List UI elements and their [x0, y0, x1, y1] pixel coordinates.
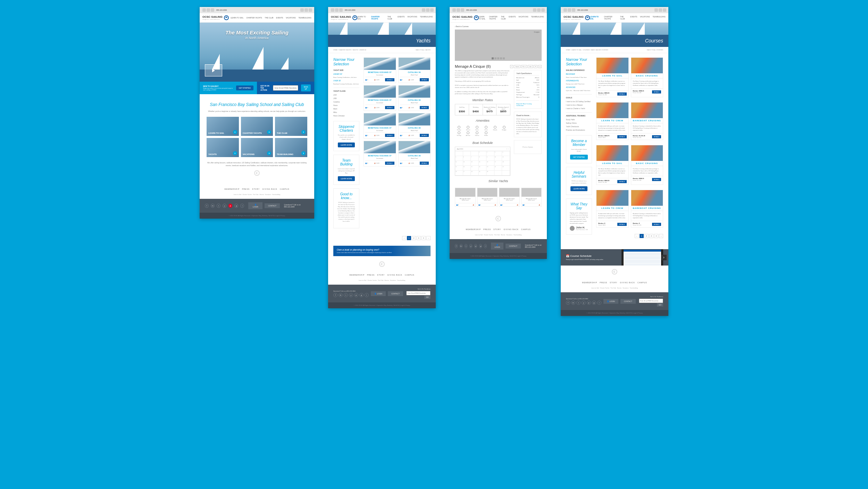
calendar-cell[interactable]: 7 — [471, 156, 479, 161]
course-card[interactable]: BAREBOAT CRUISINGBareboat Cruising is in… — [631, 190, 663, 228]
details-button[interactable]: DETAILS — [385, 106, 394, 109]
calendar-cell[interactable]: 12 — [455, 161, 463, 166]
similar-card[interactable]: Menage A CinqueSimilar Course👥8⛵ — [499, 188, 520, 207]
share-pin[interactable]: Pin it — [521, 65, 527, 68]
calendar-cell[interactable] — [455, 151, 463, 156]
filter-option[interactable]: Study Halls — [566, 118, 592, 121]
course-schedule-banner[interactable]: 📅 Course Schedule Ready to get started? … — [561, 249, 668, 266]
newsletter-input[interactable] — [273, 85, 298, 91]
calendar-cell[interactable] — [494, 171, 502, 176]
details-button[interactable]: DETAILS — [385, 78, 394, 81]
pager-next[interactable]: › — [426, 236, 431, 240]
social-icon[interactable]: g — [234, 204, 238, 208]
calendar-cell[interactable]: 24 — [494, 166, 502, 171]
contact-button[interactable]: CONTACT — [265, 203, 280, 208]
calendar-cell[interactable]: 6 — [463, 156, 471, 161]
signup-button[interactable]: SIGN UP — [301, 84, 311, 91]
share-tweet[interactable]: Tweet — [514, 65, 520, 68]
topbar-icon[interactable] — [211, 8, 214, 12]
calendar-cell[interactable] — [471, 151, 479, 156]
yacht-card[interactable]: CATALINA 36Black Pearl👥 8⛵ 1,820DETAILS — [398, 141, 431, 166]
calendar-cell[interactable] — [463, 151, 471, 156]
filter-option[interactable]: J/80 — [333, 97, 359, 100]
carousel-dots[interactable] — [492, 57, 505, 59]
calendar-cell[interactable]: 18 — [502, 161, 510, 166]
details-button[interactable]: DETAILS — [617, 135, 626, 138]
share-print[interactable]: ⎙ — [538, 65, 542, 68]
calendar-cell[interactable]: 13 — [463, 161, 471, 166]
learn-more-button[interactable]: LEARN MORE — [338, 176, 355, 181]
filter-option[interactable]: ADVANCED — [566, 85, 592, 89]
filter-option[interactable]: Merit — [333, 107, 359, 111]
yacht-card[interactable]: BENETEAU OCEANIS 37Innominate👥 8⛵ 2,630D… — [364, 141, 396, 166]
filter-option[interactable]: Catalina — [333, 100, 359, 104]
tile[interactable]: YACHTS — [207, 138, 239, 157]
yacht-card[interactable]: CATALINA 36Black Pearl👥 8⛵ 1,820DETAILS — [398, 57, 431, 83]
details-button[interactable]: DETAILS — [420, 134, 429, 137]
calendar-cell[interactable]: 22 — [479, 166, 487, 171]
calendar-cell[interactable]: 4 — [502, 151, 510, 156]
calendar-cell[interactable]: 3 — [494, 151, 502, 156]
yacht-card[interactable]: BENETEAU OCEANIS 37Innominate👥 8⛵ 2,630D… — [364, 113, 396, 139]
play-button[interactable] — [205, 64, 222, 76]
nav-item[interactable]: CHARTER YACHTS — [246, 17, 262, 19]
calendar-cell[interactable]: 20 — [463, 166, 471, 171]
filter-option[interactable]: INTERMEDIATE — [566, 79, 592, 82]
calendar-cell[interactable]: 29 — [479, 171, 487, 176]
filter-option[interactable]: Hans Christian — [333, 114, 359, 117]
nav-item[interactable]: TEAMBUILDING — [298, 17, 311, 19]
calendar-cell[interactable]: 1 — [479, 151, 487, 156]
calendar-cell[interactable]: 8 — [479, 156, 487, 161]
newsletter-input[interactable] — [639, 299, 663, 303]
tile[interactable]: THE CLUB — [275, 117, 307, 136]
pager-page[interactable]: 4 — [422, 236, 426, 240]
details-button[interactable]: DETAILS — [617, 180, 626, 183]
calendar-cell[interactable]: 27 — [463, 171, 471, 176]
social-icon[interactable]: t — [217, 204, 220, 208]
logo[interactable]: OCSC SAILINGinspire confidence — [331, 15, 357, 20]
search-icon[interactable] — [309, 8, 312, 12]
share-fb[interactable]: f — [510, 65, 513, 68]
nav-item[interactable]: VACATIONS — [286, 17, 295, 19]
course-card[interactable]: BASIC CRUISINGOur Basic Cruising certifi… — [631, 57, 663, 97]
filter-option[interactable]: Sailing Clinics — [566, 121, 592, 125]
filter-option[interactable]: OVER 30' — [333, 79, 359, 82]
topbar-icon[interactable] — [202, 8, 206, 12]
filter-option[interactable]: UNDER 30' — [333, 72, 359, 76]
filter-option[interactable]: I want to Charter a Yacht — [566, 107, 592, 110]
details-button[interactable]: DETAILS — [385, 162, 394, 165]
details-button[interactable]: DETAILS — [652, 90, 661, 93]
filter-option[interactable]: Yacht Checkouts — [566, 125, 592, 128]
details-button[interactable]: DETAILS — [617, 223, 626, 226]
details-button[interactable]: DETAILS — [617, 92, 626, 96]
details-button[interactable]: DETAILS — [652, 135, 661, 138]
image-carousel[interactable]: Images — [455, 30, 542, 61]
course-card[interactable]: LEARN TO SAILOur Basic Keelboat certific… — [596, 57, 629, 97]
share-mail[interactable]: ✉ — [534, 65, 537, 68]
social-icon[interactable]: in — [211, 204, 215, 208]
yacht-card[interactable]: BENETEAU OCEANIS 37Innominate👥 8⛵ 2,630D… — [364, 85, 396, 111]
calendar-cell[interactable]: 21 — [471, 166, 479, 171]
calendar-cell[interactable]: 16 — [486, 161, 494, 166]
details-button[interactable]: DETAILS — [420, 78, 429, 81]
social-pinterest-icon[interactable]: p — [228, 204, 232, 208]
pager-page[interactable]: 1 — [407, 236, 411, 240]
back-link[interactable]: ‹ BACK TO ALL YACHTS — [415, 49, 431, 51]
social-icon[interactable]: i — [240, 204, 244, 208]
tile[interactable]: CHARTER YACHTS — [241, 117, 273, 136]
tile[interactable]: LEARN TO SAIL — [207, 117, 239, 136]
social-icon[interactable]: f — [205, 204, 209, 208]
arrow-icon[interactable]: › — [661, 255, 667, 260]
pager-page[interactable]: 2 — [412, 236, 416, 240]
contact-button[interactable]: CONTACT — [388, 291, 403, 296]
nav-item[interactable]: EVENTS — [276, 17, 283, 19]
similar-card[interactable]: Menage A CinqueSimilar Course👥8⛵ — [477, 188, 498, 207]
logo[interactable]: OCSC SAILINGinspire confidence — [202, 15, 229, 20]
topbar-icon[interactable] — [207, 8, 210, 12]
filter-option[interactable]: I want to be US Sailing Certified — [566, 100, 592, 103]
learn-more-button[interactable]: LEARN MORE — [338, 142, 355, 147]
nav-item[interactable]: LEARN TO SAIL — [231, 17, 243, 19]
similar-card[interactable]: Menage A CinqueSimilar Course👥8⛵ — [521, 188, 542, 207]
filter-option[interactable]: Hana — [333, 104, 359, 107]
nav-item[interactable]: THE CLUB — [265, 17, 274, 19]
